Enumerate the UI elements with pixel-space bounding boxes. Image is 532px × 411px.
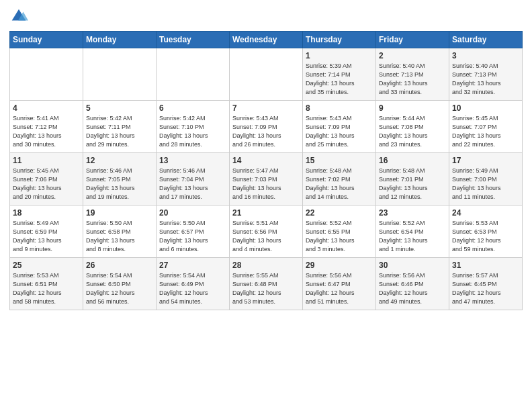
day-number: 7 — [232, 103, 300, 113]
day-number: 30 — [379, 261, 446, 270]
day-number: 27 — [159, 261, 226, 270]
day-info: Sunrise: 5:48 AM Sunset: 7:02 PM Dayligh… — [306, 167, 373, 201]
day-info: Sunrise: 5:42 AM Sunset: 7:11 PM Dayligh… — [86, 114, 153, 149]
logo — [9, 7, 31, 26]
day-number: 5 — [86, 103, 153, 113]
page-container: SundayMondayTuesdayWednesdayThursdayFrid… — [0, 0, 532, 316]
day-number: 19 — [86, 208, 153, 218]
day-info: Sunrise: 5:50 AM Sunset: 6:58 PM Dayligh… — [86, 219, 153, 254]
day-number: 2 — [379, 51, 446, 60]
calendar-cell: 11Sunrise: 5:45 AM Sunset: 7:06 PM Dayli… — [10, 153, 83, 205]
day-info: Sunrise: 5:44 AM Sunset: 7:08 PM Dayligh… — [379, 114, 446, 149]
day-number: 6 — [159, 103, 226, 113]
day-info: Sunrise: 5:54 AM Sunset: 6:49 PM Dayligh… — [159, 271, 226, 306]
calendar-cell: 29Sunrise: 5:56 AM Sunset: 6:47 PM Dayli… — [303, 258, 376, 310]
day-number: 29 — [306, 261, 373, 270]
calendar-cell: 8Sunrise: 5:43 AM Sunset: 7:09 PM Daylig… — [303, 101, 376, 153]
calendar-header-row: SundayMondayTuesdayWednesdayThursdayFrid… — [10, 32, 523, 48]
calendar-cell: 31Sunrise: 5:57 AM Sunset: 6:45 PM Dayli… — [449, 258, 523, 310]
day-info: Sunrise: 5:54 AM Sunset: 6:50 PM Dayligh… — [86, 271, 153, 306]
calendar-cell: 21Sunrise: 5:51 AM Sunset: 6:56 PM Dayli… — [230, 205, 303, 258]
calendar-cell — [10, 48, 83, 101]
day-number: 11 — [13, 156, 80, 165]
day-info: Sunrise: 5:53 AM Sunset: 6:53 PM Dayligh… — [452, 219, 519, 254]
day-info: Sunrise: 5:40 AM Sunset: 7:13 PM Dayligh… — [379, 62, 446, 97]
day-info: Sunrise: 5:53 AM Sunset: 6:51 PM Dayligh… — [13, 271, 80, 306]
logo-icon — [9, 7, 28, 26]
day-number: 25 — [13, 261, 80, 270]
calendar-cell — [230, 48, 303, 101]
day-info: Sunrise: 5:45 AM Sunset: 7:07 PM Dayligh… — [452, 114, 519, 149]
calendar-cell: 1Sunrise: 5:39 AM Sunset: 7:14 PM Daylig… — [303, 48, 376, 101]
day-header-monday: Monday — [83, 32, 157, 48]
day-number: 15 — [306, 156, 373, 165]
calendar-cell: 2Sunrise: 5:40 AM Sunset: 7:13 PM Daylig… — [376, 48, 449, 101]
day-info: Sunrise: 5:45 AM Sunset: 7:06 PM Dayligh… — [13, 167, 80, 201]
day-number: 16 — [379, 156, 446, 165]
calendar-cell: 5Sunrise: 5:42 AM Sunset: 7:11 PM Daylig… — [83, 101, 157, 153]
day-number: 12 — [86, 156, 153, 165]
day-header-sunday: Sunday — [10, 32, 83, 48]
day-info: Sunrise: 5:42 AM Sunset: 7:10 PM Dayligh… — [159, 114, 226, 149]
calendar-cell: 27Sunrise: 5:54 AM Sunset: 6:49 PM Dayli… — [157, 258, 230, 310]
day-header-thursday: Thursday — [303, 32, 376, 48]
calendar-week-row: 4Sunrise: 5:41 AM Sunset: 7:12 PM Daylig… — [10, 101, 523, 153]
day-info: Sunrise: 5:46 AM Sunset: 7:04 PM Dayligh… — [159, 167, 226, 201]
calendar-cell: 20Sunrise: 5:50 AM Sunset: 6:57 PM Dayli… — [157, 205, 230, 258]
calendar-cell: 25Sunrise: 5:53 AM Sunset: 6:51 PM Dayli… — [10, 258, 83, 310]
day-info: Sunrise: 5:56 AM Sunset: 6:47 PM Dayligh… — [306, 271, 373, 306]
calendar-cell: 22Sunrise: 5:52 AM Sunset: 6:55 PM Dayli… — [303, 205, 376, 258]
calendar-week-row: 18Sunrise: 5:49 AM Sunset: 6:59 PM Dayli… — [10, 205, 523, 258]
day-number: 20 — [159, 208, 226, 218]
calendar-cell: 6Sunrise: 5:42 AM Sunset: 7:10 PM Daylig… — [157, 101, 230, 153]
calendar-cell: 9Sunrise: 5:44 AM Sunset: 7:08 PM Daylig… — [376, 101, 449, 153]
day-info: Sunrise: 5:43 AM Sunset: 7:09 PM Dayligh… — [232, 114, 300, 149]
day-number: 24 — [452, 208, 519, 218]
calendar-week-row: 11Sunrise: 5:45 AM Sunset: 7:06 PM Dayli… — [10, 153, 523, 205]
day-number: 3 — [452, 51, 519, 60]
day-number: 10 — [452, 103, 519, 113]
calendar-cell: 18Sunrise: 5:49 AM Sunset: 6:59 PM Dayli… — [10, 205, 83, 258]
day-info: Sunrise: 5:50 AM Sunset: 6:57 PM Dayligh… — [159, 219, 226, 254]
day-info: Sunrise: 5:57 AM Sunset: 6:45 PM Dayligh… — [452, 271, 519, 306]
calendar-cell: 4Sunrise: 5:41 AM Sunset: 7:12 PM Daylig… — [10, 101, 83, 153]
calendar-week-row: 1Sunrise: 5:39 AM Sunset: 7:14 PM Daylig… — [10, 48, 523, 101]
day-header-friday: Friday — [376, 32, 449, 48]
day-number: 4 — [13, 103, 80, 113]
day-number: 1 — [306, 51, 373, 60]
calendar-cell: 16Sunrise: 5:48 AM Sunset: 7:01 PM Dayli… — [376, 153, 449, 205]
day-info: Sunrise: 5:52 AM Sunset: 6:55 PM Dayligh… — [306, 219, 373, 254]
calendar-cell: 14Sunrise: 5:47 AM Sunset: 7:03 PM Dayli… — [230, 153, 303, 205]
day-info: Sunrise: 5:41 AM Sunset: 7:12 PM Dayligh… — [13, 114, 80, 149]
calendar-cell: 17Sunrise: 5:49 AM Sunset: 7:00 PM Dayli… — [449, 153, 523, 205]
day-number: 28 — [232, 261, 300, 270]
header — [9, 7, 523, 26]
calendar-cell: 3Sunrise: 5:40 AM Sunset: 7:13 PM Daylig… — [449, 48, 523, 101]
calendar-cell: 13Sunrise: 5:46 AM Sunset: 7:04 PM Dayli… — [157, 153, 230, 205]
day-info: Sunrise: 5:49 AM Sunset: 7:00 PM Dayligh… — [452, 167, 519, 201]
calendar-cell — [83, 48, 157, 101]
day-number: 22 — [306, 208, 373, 218]
calendar-week-row: 25Sunrise: 5:53 AM Sunset: 6:51 PM Dayli… — [10, 258, 523, 310]
day-number: 18 — [13, 208, 80, 218]
day-info: Sunrise: 5:55 AM Sunset: 6:48 PM Dayligh… — [232, 271, 300, 306]
calendar-cell: 10Sunrise: 5:45 AM Sunset: 7:07 PM Dayli… — [449, 101, 523, 153]
calendar-cell — [157, 48, 230, 101]
day-header-saturday: Saturday — [449, 32, 523, 48]
day-header-tuesday: Tuesday — [157, 32, 230, 48]
day-info: Sunrise: 5:52 AM Sunset: 6:54 PM Dayligh… — [379, 219, 446, 254]
day-number: 31 — [452, 261, 519, 270]
day-header-wednesday: Wednesday — [230, 32, 303, 48]
day-number: 23 — [379, 208, 446, 218]
day-info: Sunrise: 5:51 AM Sunset: 6:56 PM Dayligh… — [232, 219, 300, 254]
calendar-cell: 28Sunrise: 5:55 AM Sunset: 6:48 PM Dayli… — [230, 258, 303, 310]
day-number: 9 — [379, 103, 446, 113]
day-number: 21 — [232, 208, 300, 218]
calendar-cell: 19Sunrise: 5:50 AM Sunset: 6:58 PM Dayli… — [83, 205, 157, 258]
day-info: Sunrise: 5:49 AM Sunset: 6:59 PM Dayligh… — [13, 219, 80, 254]
day-number: 17 — [452, 156, 519, 165]
day-info: Sunrise: 5:48 AM Sunset: 7:01 PM Dayligh… — [379, 167, 446, 201]
calendar-cell: 7Sunrise: 5:43 AM Sunset: 7:09 PM Daylig… — [230, 101, 303, 153]
calendar-cell: 15Sunrise: 5:48 AM Sunset: 7:02 PM Dayli… — [303, 153, 376, 205]
calendar-cell: 12Sunrise: 5:46 AM Sunset: 7:05 PM Dayli… — [83, 153, 157, 205]
